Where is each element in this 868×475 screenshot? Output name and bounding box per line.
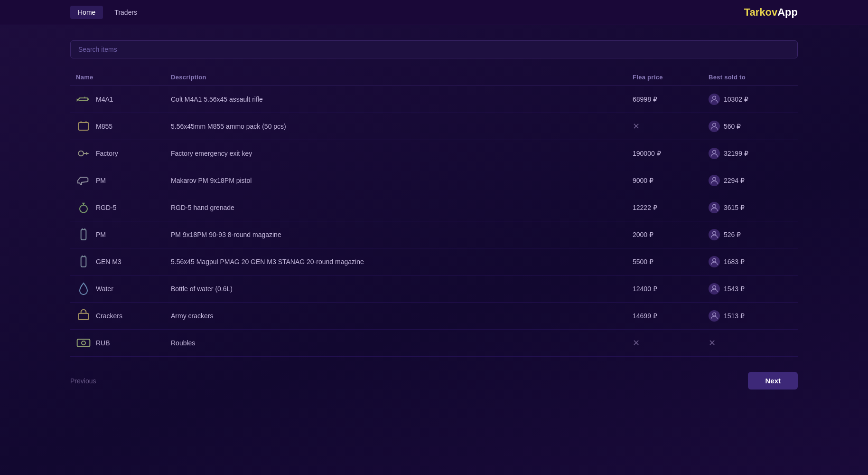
col-header-sold: Best sold to [703, 70, 798, 86]
sold-price: 10302 ₽ [724, 95, 748, 103]
svg-point-7 [713, 204, 716, 208]
item-name-cell: GEN M3 [70, 248, 165, 276]
item-description: 5.56x45 Magpul PMAG 20 GEN M3 STANAG 20-… [165, 248, 627, 276]
sold-price: 2294 ₽ [724, 177, 745, 184]
item-description: Factory emergency exit key [165, 140, 627, 167]
item-flea-price: ✕ [627, 113, 703, 140]
sold-price: 1683 ₽ [724, 258, 745, 266]
svg-point-3 [78, 151, 84, 156]
item-name-cell: M4A1 [70, 86, 165, 113]
table-row: PMMakarov PM 9x18PM pistol9000 ₽2294 ₽ [70, 167, 798, 194]
svg-rect-10 [81, 256, 86, 266]
item-name-cell: M855 [70, 113, 165, 140]
item-name-cell: PM [70, 167, 165, 194]
item-icon [76, 200, 91, 215]
brand: TarkovApp [744, 6, 798, 19]
item-name: Crackers [96, 312, 122, 320]
table-header: Name Description Flea price Best sold to [70, 70, 798, 86]
trader-avatar [709, 229, 720, 240]
item-name-cell: PM [70, 221, 165, 248]
sold-price: 526 ₽ [724, 231, 741, 238]
item-best-sold: 526 ₽ [703, 221, 798, 248]
col-header-flea: Flea price [627, 70, 703, 86]
item-best-sold: 1513 ₽ [703, 303, 798, 330]
table-row: RGD-5RGD-5 hand grenade12222 ₽3615 ₽ [70, 194, 798, 221]
svg-point-6 [80, 205, 87, 213]
svg-point-4 [713, 150, 716, 153]
item-best-sold: 1543 ₽ [703, 276, 798, 303]
item-description: Makarov PM 9x18PM pistol [165, 167, 627, 194]
navbar: Home Traders TarkovApp [0, 0, 868, 25]
item-best-sold: 2294 ₽ [703, 167, 798, 194]
item-description: PM 9x18PM 90-93 8-round magazine [165, 221, 627, 248]
item-icon [76, 281, 91, 296]
trader-avatar [709, 175, 720, 186]
svg-point-0 [713, 96, 716, 99]
item-best-sold: ✕ [703, 330, 798, 357]
brand-tarkov: Tarkov [744, 6, 778, 18]
item-name-cell: RUB [70, 330, 165, 357]
item-name-cell: Water [70, 276, 165, 303]
item-name: RUB [96, 339, 110, 347]
table-row: M4A1Colt M4A1 5.56x45 assault rifle68998… [70, 86, 798, 113]
items-table: Name Description Flea price Best sold to… [70, 70, 798, 357]
trader-avatar [709, 94, 720, 105]
item-flea-price: 9000 ₽ [627, 167, 703, 194]
item-flea-price: 2000 ₽ [627, 221, 703, 248]
item-best-sold: 10302 ₽ [703, 86, 798, 113]
svg-point-9 [713, 231, 716, 235]
item-description: Roubles [165, 330, 627, 357]
item-best-sold: 1683 ₽ [703, 248, 798, 276]
item-flea-price: 14699 ₽ [627, 303, 703, 330]
item-icon [76, 92, 91, 107]
item-best-sold: 32199 ₽ [703, 140, 798, 167]
item-name: Factory [96, 150, 118, 157]
svg-rect-13 [78, 314, 88, 320]
trader-avatar [709, 121, 720, 132]
item-description: 5.56x45mm M855 ammo pack (50 pcs) [165, 113, 627, 140]
search-input[interactable] [70, 40, 798, 58]
item-flea-price: 190000 ₽ [627, 140, 703, 167]
table-row: GEN M35.56x45 Magpul PMAG 20 GEN M3 STAN… [70, 248, 798, 276]
item-description: Bottle of water (0.6L) [165, 276, 627, 303]
item-icon [76, 119, 91, 134]
trader-avatar [709, 283, 720, 294]
main-content: Name Description Flea price Best sold to… [0, 25, 868, 408]
col-header-desc: Description [165, 70, 627, 86]
trader-avatar [709, 202, 720, 213]
svg-point-11 [713, 258, 716, 262]
sold-price: 560 ₽ [724, 123, 741, 130]
item-icon [76, 173, 91, 188]
app-wrapper: Home Traders TarkovApp Name Description … [0, 0, 868, 475]
sold-price: 1513 ₽ [724, 312, 745, 320]
table-row: PMPM 9x18PM 90-93 8-round magazine2000 ₽… [70, 221, 798, 248]
item-name: Water [96, 285, 113, 293]
trader-avatar [709, 148, 720, 159]
svg-point-5 [713, 177, 716, 180]
item-name: RGD-5 [96, 204, 117, 211]
item-icon [76, 254, 91, 269]
item-best-sold: 3615 ₽ [703, 194, 798, 221]
item-flea-price: ✕ [627, 330, 703, 357]
trader-avatar [709, 256, 720, 267]
item-flea-price: 12400 ₽ [627, 276, 703, 303]
svg-point-16 [82, 341, 85, 345]
item-description: Colt M4A1 5.56x45 assault rifle [165, 86, 627, 113]
item-name: M855 [96, 123, 112, 130]
item-name-cell: Crackers [70, 303, 165, 330]
item-name: M4A1 [96, 95, 113, 103]
sold-price: 3615 ₽ [724, 204, 745, 211]
table-row: RUBRoubles✕✕ [70, 330, 798, 357]
nav-links: Home Traders [70, 6, 145, 19]
svg-rect-15 [77, 339, 90, 347]
item-description: RGD-5 hand grenade [165, 194, 627, 221]
item-name: GEN M3 [96, 258, 121, 266]
next-button[interactable]: Next [748, 372, 798, 390]
nav-traders[interactable]: Traders [107, 6, 145, 19]
item-icon [76, 335, 91, 351]
nav-home[interactable]: Home [70, 6, 103, 19]
sold-price: 1543 ₽ [724, 285, 745, 293]
item-name-cell: RGD-5 [70, 194, 165, 221]
prev-button[interactable]: Previous [70, 377, 96, 385]
svg-point-2 [713, 123, 716, 126]
